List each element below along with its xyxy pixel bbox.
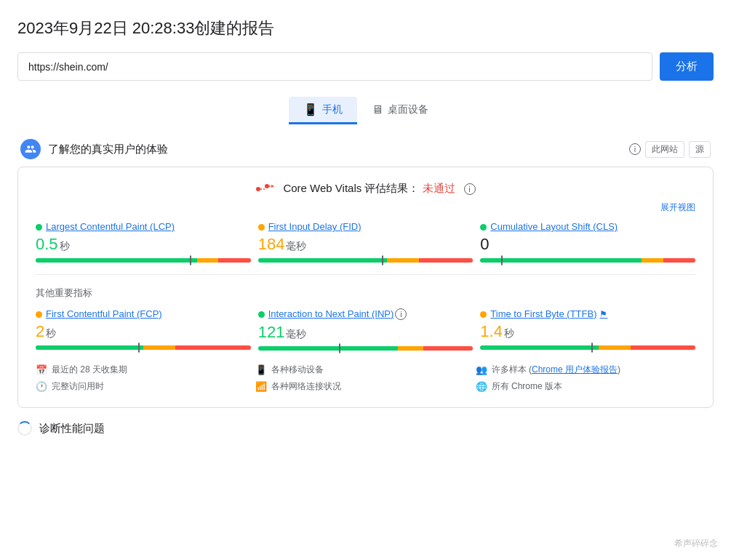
progress-seg-fid-0 bbox=[258, 258, 387, 263]
metric-number-fcp: 2 bbox=[36, 322, 44, 340]
footer-text-1-1: 各种网络连接状况 bbox=[271, 380, 341, 393]
progress-track-fcp bbox=[36, 345, 251, 350]
cwv-header: Core Web Vitals 评估结果： 未通过 i bbox=[36, 182, 695, 196]
progress-seg-fcp-2 bbox=[175, 345, 250, 350]
progress-seg-cls-0 bbox=[480, 258, 642, 263]
progress-seg-inp-0 bbox=[258, 346, 398, 351]
tab-mobile-label: 手机 bbox=[322, 103, 343, 116]
info-icon[interactable]: i bbox=[629, 143, 641, 155]
metric-label-cls: Cumulative Layout Shift (CLS) bbox=[480, 221, 695, 232]
metric-dot-fid bbox=[258, 224, 265, 231]
metric-number-inp: 121 bbox=[258, 323, 285, 341]
footer-col-0: 📅最近的 28 天收集期🕐完整访问用时 bbox=[36, 364, 255, 393]
progress-seg-inp-2 bbox=[423, 346, 473, 351]
progress-seg-ttfb-2 bbox=[631, 345, 695, 350]
footer-icon-0-1: 🕐 bbox=[36, 381, 47, 392]
metric-cls: Cumulative Layout Shift (CLS)0 bbox=[480, 221, 695, 263]
cwv-info-icon[interactable]: i bbox=[464, 183, 476, 195]
main-card: Core Web Vitals 评估结果： 未通过 i 展开视图 Largest… bbox=[17, 167, 714, 408]
metric-unit-inp: 毫秒 bbox=[286, 328, 306, 340]
url-input[interactable] bbox=[17, 52, 652, 81]
progress-marker-fcp bbox=[138, 343, 140, 353]
progress-seg-cls-1 bbox=[642, 258, 663, 263]
footer-item-2-0: 👥许多样本 (Chrome 用户体验报告) bbox=[476, 364, 695, 376]
progress-bar-cls bbox=[480, 258, 695, 263]
cwv-icon bbox=[255, 183, 276, 196]
section-header-left: 了解您的真实用户的体验 bbox=[20, 139, 168, 159]
metric-label-lcp: Largest Contentful Paint (LCP) bbox=[36, 221, 251, 232]
progress-track-lcp bbox=[36, 258, 251, 263]
metric-flag-ttfb: ⚑ bbox=[599, 309, 607, 319]
metric-info-inp[interactable]: i bbox=[395, 308, 407, 320]
footer-icon-1-0: 📱 bbox=[255, 364, 267, 375]
metric-link-inp[interactable]: Interaction to Next Paint (INP)i bbox=[268, 308, 407, 319]
tabs-row: 📱 手机 🖥 桌面设备 bbox=[17, 97, 714, 124]
footer-item-1-0: 📱各种移动设备 bbox=[255, 364, 475, 376]
progress-track-cls bbox=[480, 258, 695, 263]
metric-fcp: First Contentful Paint (FCP)2秒 bbox=[36, 308, 251, 351]
page-wrapper: 2023年9月22日 20:28:33创建的报告 分析 📱 手机 🖥 桌面设备 … bbox=[0, 0, 731, 560]
real-user-title: 了解您的真实用户的体验 bbox=[48, 143, 168, 156]
metric-link-fid[interactable]: First Input Delay (FID) bbox=[268, 221, 361, 232]
desktop-icon: 🖥 bbox=[372, 103, 383, 116]
progress-seg-fid-1 bbox=[387, 258, 419, 263]
progress-track-ttfb bbox=[480, 345, 695, 350]
url-row: 分析 bbox=[17, 52, 714, 81]
section-avatar bbox=[20, 139, 41, 159]
tab-desktop[interactable]: 🖥 桌面设备 bbox=[357, 97, 443, 124]
progress-bar-inp bbox=[258, 346, 474, 351]
page-title: 2023年9月22日 20:28:33创建的报告 bbox=[17, 17, 714, 39]
progress-seg-cls-2 bbox=[663, 258, 695, 263]
source-button[interactable]: 源 bbox=[689, 141, 711, 158]
progress-seg-lcp-0 bbox=[36, 258, 197, 263]
metric-unit-fcp: 秒 bbox=[46, 327, 56, 339]
footer-icon-0-0: 📅 bbox=[36, 364, 47, 375]
footer-text-2-0: 许多样本 (Chrome 用户体验报告) bbox=[492, 364, 620, 376]
footer-item-1-1: 📶各种网络连接状况 bbox=[255, 380, 475, 393]
progress-seg-lcp-2 bbox=[218, 258, 250, 263]
metric-dot-fcp bbox=[36, 311, 42, 318]
footer-link-2-0[interactable]: Chrome 用户体验报告 bbox=[532, 364, 618, 375]
metric-value-fid: 184毫秒 bbox=[258, 235, 474, 254]
metric-label-inp: Interaction to Next Paint (INP)i bbox=[258, 308, 474, 320]
progress-marker-inp bbox=[339, 343, 340, 353]
footer-text-2-1: 所有 Chrome 版本 bbox=[492, 380, 562, 393]
svg-marker-4 bbox=[271, 185, 274, 188]
other-metrics-row: First Contentful Paint (FCP)2秒Interactio… bbox=[36, 308, 695, 351]
footer-icon-2-0: 👥 bbox=[476, 364, 487, 375]
progress-marker-ttfb bbox=[591, 343, 593, 353]
footer-item-2-1: 🌐所有 Chrome 版本 bbox=[476, 380, 695, 393]
metric-link-fcp[interactable]: First Contentful Paint (FCP) bbox=[46, 308, 162, 319]
metric-link-cls[interactable]: Cumulative Layout Shift (CLS) bbox=[490, 221, 618, 232]
expand-label-text: 展开视图 bbox=[660, 202, 695, 212]
metric-unit-fid: 毫秒 bbox=[286, 240, 306, 252]
this-site-button[interactable]: 此网站 bbox=[645, 141, 684, 158]
metric-number-lcp: 0.5 bbox=[36, 235, 58, 253]
progress-seg-inp-1 bbox=[398, 346, 423, 351]
watermark: 希声碎碎念 bbox=[674, 537, 718, 550]
metric-dot-ttfb bbox=[480, 311, 487, 318]
metric-dot-lcp bbox=[36, 224, 42, 231]
svg-point-0 bbox=[256, 187, 260, 191]
expand-link[interactable]: 展开视图 bbox=[36, 201, 695, 214]
other-metrics-title: 其他重要指标 bbox=[36, 287, 695, 300]
progress-marker-fid bbox=[382, 255, 383, 265]
metric-link-lcp[interactable]: Largest Contentful Paint (LCP) bbox=[46, 221, 175, 232]
tab-mobile[interactable]: 📱 手机 bbox=[289, 97, 357, 124]
metric-link-ttfb[interactable]: Time to First Byte (TTFB)⚑ bbox=[490, 308, 607, 319]
tab-desktop-label: 桌面设备 bbox=[388, 103, 428, 116]
metric-number-ttfb: 1.4 bbox=[480, 322, 503, 340]
cwv-status: 未通过 bbox=[423, 182, 455, 194]
main-metrics-row: Largest Contentful Paint (LCP)0.5秒First … bbox=[36, 221, 695, 263]
metric-inp: Interaction to Next Paint (INP)i121毫秒 bbox=[258, 308, 474, 351]
progress-bar-ttfb bbox=[480, 345, 695, 350]
metric-lcp: Largest Contentful Paint (LCP)0.5秒 bbox=[36, 221, 251, 263]
progress-seg-fcp-0 bbox=[36, 345, 143, 350]
analyze-button[interactable]: 分析 bbox=[660, 52, 714, 81]
metric-unit-lcp: 秒 bbox=[60, 240, 70, 252]
metric-unit-ttfb: 秒 bbox=[504, 327, 514, 339]
footer-text-0-0: 最近的 28 天收集期 bbox=[52, 364, 127, 376]
metric-number-fid: 184 bbox=[258, 235, 285, 253]
progress-seg-fid-2 bbox=[419, 258, 473, 263]
cwv-title-text: Core Web Vitals 评估结果： bbox=[283, 182, 419, 194]
